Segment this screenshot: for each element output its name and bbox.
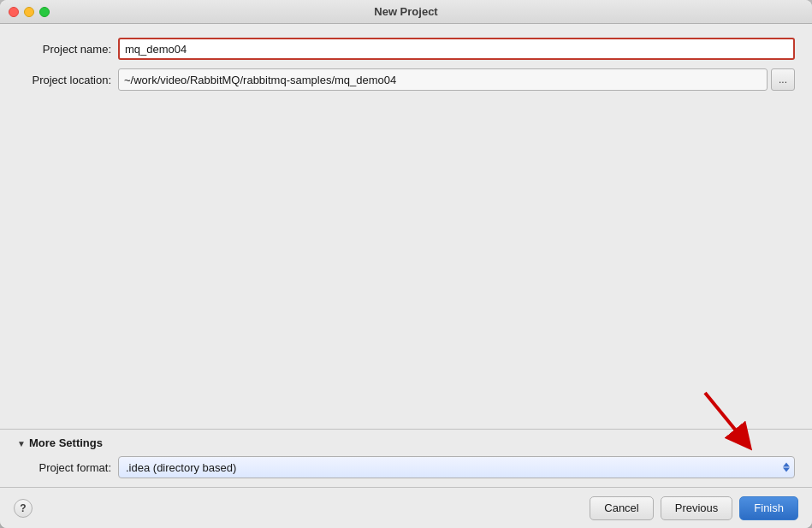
more-settings-label: More Settings — [29, 436, 103, 449]
cancel-button[interactable]: Cancel — [590, 496, 653, 520]
project-name-label: Project name: — [17, 43, 111, 56]
close-button[interactable] — [9, 7, 19, 17]
project-location-row: Project location: ... — [17, 68, 795, 91]
window-title: New Project — [374, 5, 437, 18]
help-button[interactable]: ? — [14, 499, 33, 518]
new-project-dialog: New Project Project name: Project locati… — [0, 0, 812, 528]
previous-button[interactable]: Previous — [661, 496, 733, 520]
project-format-container: .idea (directory based) — [118, 456, 795, 478]
bottom-bar: ? Cancel Previous Finish — [0, 487, 812, 528]
project-name-row: Project name: — [17, 38, 795, 60]
traffic-lights — [9, 7, 50, 17]
project-format-row: Project format: .idea (directory based) — [17, 456, 795, 478]
main-content: Project name: Project location: ... — [0, 24, 812, 429]
project-format-label: Project format: — [17, 461, 111, 474]
minimize-button[interactable] — [24, 7, 34, 17]
browse-button[interactable]: ... — [771, 68, 795, 91]
content-spacer — [17, 99, 795, 429]
more-settings-toggle[interactable]: ▼ More Settings — [17, 436, 795, 449]
maximize-button[interactable] — [39, 7, 50, 17]
collapse-arrow-icon: ▼ — [17, 439, 26, 448]
title-bar: New Project — [0, 0, 812, 24]
more-settings-section: ▼ More Settings Project format: .idea (d… — [0, 429, 812, 487]
project-name-input[interactable] — [118, 38, 795, 60]
project-location-label: Project location: — [17, 74, 111, 86]
project-format-select[interactable]: .idea (directory based) — [118, 456, 795, 478]
finish-button[interactable]: Finish — [739, 496, 798, 520]
project-location-input[interactable] — [118, 68, 768, 91]
